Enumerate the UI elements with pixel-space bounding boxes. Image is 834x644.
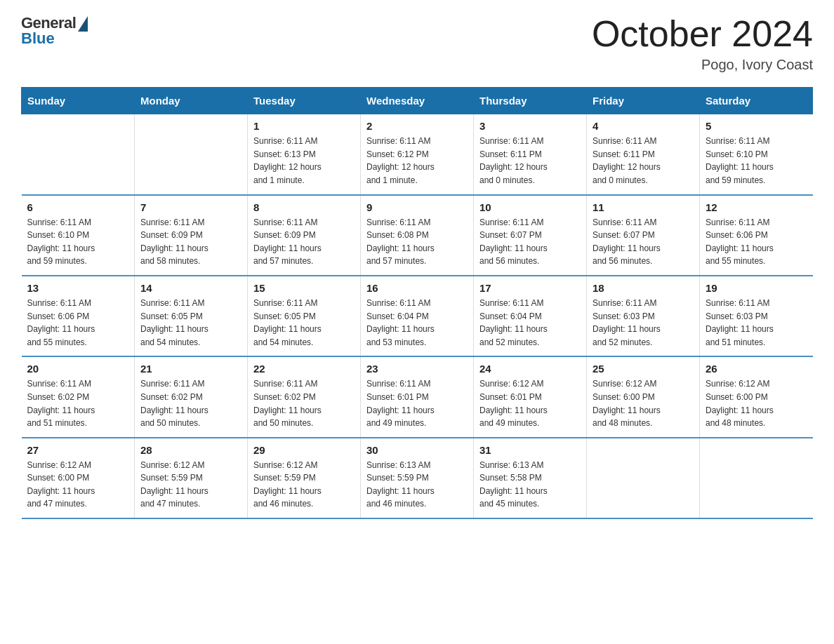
day-info: Sunrise: 6:11 AM Sunset: 6:11 PM Dayligh… <box>479 135 581 187</box>
day-number: 5 <box>706 120 807 132</box>
day-number: 8 <box>253 201 355 213</box>
day-info: Sunrise: 6:11 AM Sunset: 6:04 PM Dayligh… <box>366 297 468 349</box>
day-info: Sunrise: 6:13 AM Sunset: 5:58 PM Dayligh… <box>479 459 581 511</box>
day-cell: 16Sunrise: 6:11 AM Sunset: 6:04 PM Dayli… <box>361 276 474 356</box>
day-info: Sunrise: 6:12 AM Sunset: 6:01 PM Dayligh… <box>479 377 581 429</box>
day-number: 11 <box>593 201 694 213</box>
day-cell <box>135 114 248 195</box>
day-number: 21 <box>140 363 241 375</box>
day-info: Sunrise: 6:11 AM Sunset: 6:06 PM Dayligh… <box>706 216 807 268</box>
day-number: 19 <box>706 282 807 294</box>
day-info: Sunrise: 6:11 AM Sunset: 6:03 PM Dayligh… <box>706 297 807 349</box>
day-info: Sunrise: 6:11 AM Sunset: 6:03 PM Dayligh… <box>593 297 694 349</box>
day-cell: 8Sunrise: 6:11 AM Sunset: 6:09 PM Daylig… <box>248 195 361 276</box>
day-number: 3 <box>479 120 581 132</box>
day-info: Sunrise: 6:11 AM Sunset: 6:04 PM Dayligh… <box>479 297 581 349</box>
day-info: Sunrise: 6:11 AM Sunset: 6:05 PM Dayligh… <box>140 297 241 349</box>
day-number: 29 <box>253 444 355 456</box>
day-number: 25 <box>593 363 694 375</box>
header-cell-sunday: Sunday <box>22 88 135 114</box>
day-info: Sunrise: 6:13 AM Sunset: 5:59 PM Dayligh… <box>366 459 468 511</box>
day-cell: 3Sunrise: 6:11 AM Sunset: 6:11 PM Daylig… <box>474 114 587 195</box>
day-info: Sunrise: 6:11 AM Sunset: 6:02 PM Dayligh… <box>253 377 355 429</box>
day-info: Sunrise: 6:12 AM Sunset: 5:59 PM Dayligh… <box>253 459 355 511</box>
day-number: 30 <box>366 444 468 456</box>
header-cell-wednesday: Wednesday <box>361 88 474 114</box>
day-cell: 13Sunrise: 6:11 AM Sunset: 6:06 PM Dayli… <box>22 276 135 356</box>
day-info: Sunrise: 6:11 AM Sunset: 6:11 PM Dayligh… <box>593 135 694 187</box>
day-cell: 28Sunrise: 6:12 AM Sunset: 5:59 PM Dayli… <box>135 438 248 518</box>
day-number: 22 <box>253 363 355 375</box>
day-info: Sunrise: 6:11 AM Sunset: 6:08 PM Dayligh… <box>366 216 468 268</box>
day-info: Sunrise: 6:11 AM Sunset: 6:09 PM Dayligh… <box>253 216 355 268</box>
day-cell: 5Sunrise: 6:11 AM Sunset: 6:10 PM Daylig… <box>700 114 813 195</box>
day-cell: 1Sunrise: 6:11 AM Sunset: 6:13 PM Daylig… <box>248 114 361 195</box>
month-title: October 2024 <box>592 14 813 54</box>
day-info: Sunrise: 6:12 AM Sunset: 5:59 PM Dayligh… <box>140 459 241 511</box>
day-cell: 18Sunrise: 6:11 AM Sunset: 6:03 PM Dayli… <box>587 276 700 356</box>
day-info: Sunrise: 6:11 AM Sunset: 6:07 PM Dayligh… <box>593 216 694 268</box>
day-cell: 22Sunrise: 6:11 AM Sunset: 6:02 PM Dayli… <box>248 356 361 437</box>
title-block: October 2024 Pogo, Ivory Coast <box>592 14 813 73</box>
day-info: Sunrise: 6:12 AM Sunset: 6:00 PM Dayligh… <box>706 377 807 429</box>
day-number: 18 <box>593 282 694 294</box>
day-cell: 19Sunrise: 6:11 AM Sunset: 6:03 PM Dayli… <box>700 276 813 356</box>
day-cell: 29Sunrise: 6:12 AM Sunset: 5:59 PM Dayli… <box>248 438 361 518</box>
page-header: General Blue October 2024 Pogo, Ivory Co… <box>21 14 813 73</box>
header-cell-friday: Friday <box>587 88 700 114</box>
week-row-5: 27Sunrise: 6:12 AM Sunset: 6:00 PM Dayli… <box>22 438 813 518</box>
day-cell <box>22 114 135 195</box>
header-row: SundayMondayTuesdayWednesdayThursdayFrid… <box>22 88 813 114</box>
day-cell: 25Sunrise: 6:12 AM Sunset: 6:00 PM Dayli… <box>587 356 700 437</box>
header-cell-monday: Monday <box>135 88 248 114</box>
day-info: Sunrise: 6:11 AM Sunset: 6:05 PM Dayligh… <box>253 297 355 349</box>
day-info: Sunrise: 6:12 AM Sunset: 6:00 PM Dayligh… <box>593 377 694 429</box>
day-info: Sunrise: 6:11 AM Sunset: 6:10 PM Dayligh… <box>27 216 129 268</box>
day-number: 14 <box>140 282 241 294</box>
day-cell: 4Sunrise: 6:11 AM Sunset: 6:11 PM Daylig… <box>587 114 700 195</box>
day-cell: 15Sunrise: 6:11 AM Sunset: 6:05 PM Dayli… <box>248 276 361 356</box>
day-number: 17 <box>479 282 581 294</box>
day-cell: 12Sunrise: 6:11 AM Sunset: 6:06 PM Dayli… <box>700 195 813 276</box>
day-cell: 30Sunrise: 6:13 AM Sunset: 5:59 PM Dayli… <box>361 438 474 518</box>
week-row-1: 1Sunrise: 6:11 AM Sunset: 6:13 PM Daylig… <box>22 114 813 195</box>
day-number: 9 <box>366 201 468 213</box>
day-info: Sunrise: 6:11 AM Sunset: 6:12 PM Dayligh… <box>366 135 468 187</box>
day-info: Sunrise: 6:11 AM Sunset: 6:06 PM Dayligh… <box>27 297 129 349</box>
day-info: Sunrise: 6:11 AM Sunset: 6:07 PM Dayligh… <box>479 216 581 268</box>
logo-blue-text: Blue <box>21 29 55 48</box>
week-row-3: 13Sunrise: 6:11 AM Sunset: 6:06 PM Dayli… <box>22 276 813 356</box>
calendar-table: SundayMondayTuesdayWednesdayThursdayFrid… <box>21 87 813 519</box>
day-info: Sunrise: 6:11 AM Sunset: 6:13 PM Dayligh… <box>253 135 355 187</box>
day-number: 15 <box>253 282 355 294</box>
day-number: 12 <box>706 201 807 213</box>
day-cell: 24Sunrise: 6:12 AM Sunset: 6:01 PM Dayli… <box>474 356 587 437</box>
day-number: 23 <box>366 363 468 375</box>
day-number: 10 <box>479 201 581 213</box>
day-number: 24 <box>479 363 581 375</box>
day-cell: 10Sunrise: 6:11 AM Sunset: 6:07 PM Dayli… <box>474 195 587 276</box>
logo-triangle-icon <box>78 16 88 32</box>
day-cell: 6Sunrise: 6:11 AM Sunset: 6:10 PM Daylig… <box>22 195 135 276</box>
week-row-2: 6Sunrise: 6:11 AM Sunset: 6:10 PM Daylig… <box>22 195 813 276</box>
day-cell <box>700 438 813 518</box>
day-cell: 2Sunrise: 6:11 AM Sunset: 6:12 PM Daylig… <box>361 114 474 195</box>
header-cell-thursday: Thursday <box>474 88 587 114</box>
day-number: 2 <box>366 120 468 132</box>
logo: General Blue <box>21 14 88 48</box>
day-cell: 31Sunrise: 6:13 AM Sunset: 5:58 PM Dayli… <box>474 438 587 518</box>
day-cell: 20Sunrise: 6:11 AM Sunset: 6:02 PM Dayli… <box>22 356 135 437</box>
day-cell: 26Sunrise: 6:12 AM Sunset: 6:00 PM Dayli… <box>700 356 813 437</box>
week-row-4: 20Sunrise: 6:11 AM Sunset: 6:02 PM Dayli… <box>22 356 813 437</box>
day-cell: 17Sunrise: 6:11 AM Sunset: 6:04 PM Dayli… <box>474 276 587 356</box>
day-cell: 9Sunrise: 6:11 AM Sunset: 6:08 PM Daylig… <box>361 195 474 276</box>
day-info: Sunrise: 6:11 AM Sunset: 6:02 PM Dayligh… <box>27 377 129 429</box>
day-number: 13 <box>27 282 129 294</box>
day-info: Sunrise: 6:12 AM Sunset: 6:00 PM Dayligh… <box>27 459 129 511</box>
day-number: 28 <box>140 444 241 456</box>
day-cell: 23Sunrise: 6:11 AM Sunset: 6:01 PM Dayli… <box>361 356 474 437</box>
location-label: Pogo, Ivory Coast <box>592 57 813 73</box>
day-info: Sunrise: 6:11 AM Sunset: 6:01 PM Dayligh… <box>366 377 468 429</box>
day-cell: 27Sunrise: 6:12 AM Sunset: 6:00 PM Dayli… <box>22 438 135 518</box>
day-number: 27 <box>27 444 129 456</box>
